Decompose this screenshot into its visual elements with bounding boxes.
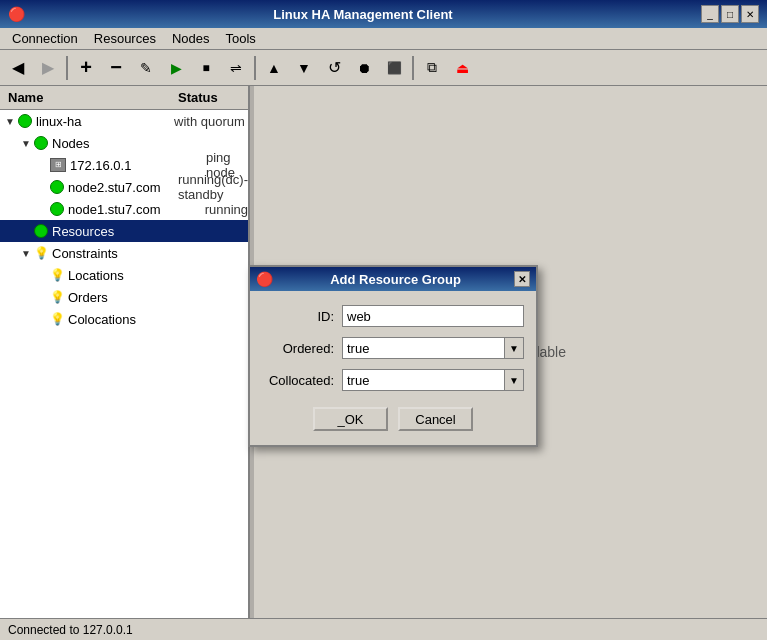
- expand-arrow-linux-ha: ▼: [4, 115, 16, 127]
- status-linux-ha: with quorum: [174, 114, 248, 129]
- dialog-close-button[interactable]: ✕: [514, 271, 530, 287]
- name-column-header: Name: [4, 88, 174, 107]
- tree-row-colocations[interactable]: 💡 Colocations: [0, 308, 248, 330]
- collocated-select[interactable]: true false: [342, 369, 524, 391]
- status-icon-linux-ha: [18, 114, 32, 128]
- menu-tools[interactable]: Tools: [218, 29, 264, 48]
- tree-row-orders[interactable]: 💡 Orders: [0, 286, 248, 308]
- tree-header: Name Status: [0, 86, 248, 110]
- toolbar-separator-3: [412, 56, 414, 80]
- toolbar: ◀ ▶ + − ✎ ▶ ■ ⇌ ▲ ▼ ↺ ⏺ ⬛ ⧉ ⏏: [0, 50, 767, 86]
- ordered-field: Ordered: true false ▼: [262, 337, 524, 359]
- expand-arrow-constraints: ▼: [20, 247, 32, 259]
- tree-row-node2[interactable]: node2.stu7.com running(dc)-standby: [0, 176, 248, 198]
- ok-button[interactable]: _OK: [313, 407, 388, 431]
- collocated-select-wrapper: true false ▼: [342, 369, 524, 391]
- add-button[interactable]: +: [72, 54, 100, 82]
- menu-bar: Connection Resources Nodes Tools: [0, 28, 767, 50]
- status-text: Connected to 127.0.0.1: [8, 623, 133, 637]
- toolbar-separator-2: [254, 56, 256, 80]
- dialog-title: Add Resource Group: [277, 272, 514, 287]
- copy-button[interactable]: ⧉: [418, 54, 446, 82]
- tree-row-constraints[interactable]: ▼ 💡 Constraints: [0, 242, 248, 264]
- expand-arrow-nodes: ▼: [20, 137, 32, 149]
- label-node1: node1.stu7.com: [68, 202, 161, 217]
- stop2-button[interactable]: ⬛: [380, 54, 408, 82]
- tree-row-resources[interactable]: Resources: [0, 220, 248, 242]
- tree-row-linux-ha[interactable]: ▼ linux-ha with quorum: [0, 110, 248, 132]
- id-field: ID:: [262, 305, 524, 327]
- label-locations: Locations: [68, 268, 124, 283]
- id-input[interactable]: [342, 305, 524, 327]
- status-node1: running: [205, 202, 248, 217]
- label-ip: 172.16.0.1: [70, 158, 131, 173]
- migrate-button[interactable]: ⇌: [222, 54, 250, 82]
- status-icon-constraints: 💡: [34, 246, 48, 260]
- title-bar: 🔴 Linux HA Management Client _ □ ✕: [0, 0, 767, 28]
- collocated-label: Collocated:: [262, 373, 342, 388]
- ordered-select[interactable]: true false: [342, 337, 524, 359]
- status-icon-node2: [50, 180, 64, 194]
- status-icon-resources: [34, 224, 48, 238]
- down-button[interactable]: ▼: [290, 54, 318, 82]
- status-icon-ip: ⊞: [50, 158, 66, 172]
- app-icon: 🔴: [8, 6, 25, 22]
- refresh-button[interactable]: ↺: [320, 54, 348, 82]
- dialog-icon: 🔴: [256, 271, 273, 287]
- forward-button[interactable]: ▶: [34, 54, 62, 82]
- label-linux-ha: linux-ha: [36, 114, 82, 129]
- tree-row-locations[interactable]: 💡 Locations: [0, 264, 248, 286]
- label-resources: Resources: [52, 224, 114, 239]
- add-resource-group-dialog: 🔴 Add Resource Group ✕ ID: Ordered: true…: [248, 265, 538, 447]
- toolbar-separator-1: [66, 56, 68, 80]
- start-button[interactable]: ▶: [162, 54, 190, 82]
- window-controls: _ □ ✕: [701, 5, 759, 23]
- history-button[interactable]: ⏺: [350, 54, 378, 82]
- stop-button[interactable]: ■: [192, 54, 220, 82]
- cancel-button[interactable]: Cancel: [398, 407, 473, 431]
- minimize-button[interactable]: _: [701, 5, 719, 23]
- status-icon-orders: 💡: [50, 290, 64, 304]
- window-title: Linux HA Management Client: [25, 7, 701, 22]
- label-nodes: Nodes: [52, 136, 90, 151]
- menu-nodes[interactable]: Nodes: [164, 29, 218, 48]
- tree-row-node1[interactable]: node1.stu7.com running: [0, 198, 248, 220]
- dialog-body: ID: Ordered: true false ▼ Collocated: tr…: [250, 291, 536, 445]
- status-icon-node1: [50, 202, 64, 216]
- collocated-field: Collocated: true false ▼: [262, 369, 524, 391]
- status-column-header: Status: [174, 88, 222, 107]
- status-icon-nodes: [34, 136, 48, 150]
- status-node2: running(dc)-standby: [178, 172, 248, 202]
- remove-button[interactable]: −: [102, 54, 130, 82]
- label-constraints: Constraints: [52, 246, 118, 261]
- label-node2: node2.stu7.com: [68, 180, 161, 195]
- menu-resources[interactable]: Resources: [86, 29, 164, 48]
- label-orders: Orders: [68, 290, 108, 305]
- ordered-select-wrapper: true false ▼: [342, 337, 524, 359]
- dialog-title-bar: 🔴 Add Resource Group ✕: [250, 267, 536, 291]
- up-button[interactable]: ▲: [260, 54, 288, 82]
- tree-panel: Name Status ▼ linux-ha with quorum ▼ Nod…: [0, 86, 250, 618]
- label-colocations: Colocations: [68, 312, 136, 327]
- menu-connection[interactable]: Connection: [4, 29, 86, 48]
- tree-body: ▼ linux-ha with quorum ▼ Nodes: [0, 110, 248, 330]
- ordered-label: Ordered:: [262, 341, 342, 356]
- edit-button[interactable]: ✎: [132, 54, 160, 82]
- status-bar: Connected to 127.0.0.1: [0, 618, 767, 640]
- close-window-button[interactable]: ✕: [741, 5, 759, 23]
- status-icon-locations: 💡: [50, 268, 64, 282]
- id-label: ID:: [262, 309, 342, 324]
- maximize-button[interactable]: □: [721, 5, 739, 23]
- dialog-button-row: _OK Cancel: [262, 401, 524, 435]
- logout-button[interactable]: ⏏: [448, 54, 476, 82]
- status-icon-colocations: 💡: [50, 312, 64, 326]
- back-button[interactable]: ◀: [4, 54, 32, 82]
